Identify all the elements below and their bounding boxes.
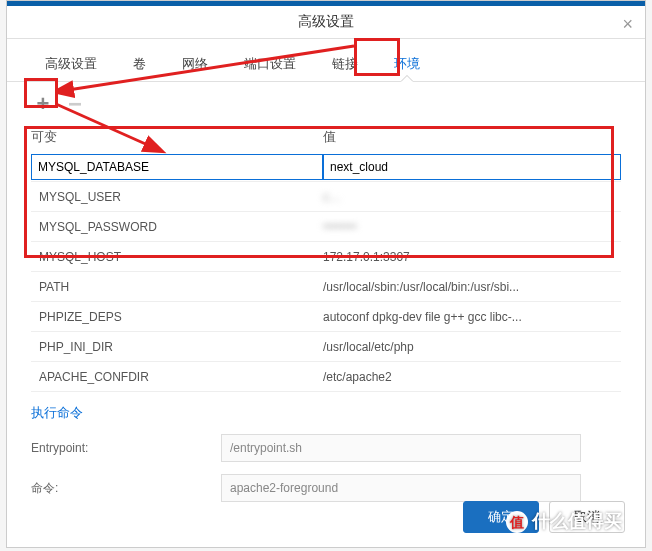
table-row[interactable]: PHP_INI_DIR /usr/local/etc/php bbox=[31, 332, 621, 362]
env-key: PATH bbox=[31, 280, 323, 294]
col-header-variable: 可变 bbox=[31, 128, 323, 146]
tab-bar: 高级设置 卷 网络 端口设置 链接 环境 bbox=[7, 39, 645, 82]
tab-advanced[interactable]: 高级设置 bbox=[27, 47, 115, 81]
command-label: 命令: bbox=[31, 480, 221, 497]
advanced-settings-dialog: 高级设置 × 高级设置 卷 网络 端口设置 链接 环境 + − 可变 值 MYS… bbox=[6, 0, 646, 548]
table-row[interactable]: MYSQL_HOST 172.17.0.1:3307 bbox=[31, 242, 621, 272]
table-row[interactable]: PHPIZE_DEPS autoconf dpkg-dev file g++ g… bbox=[31, 302, 621, 332]
add-icon[interactable]: + bbox=[31, 92, 55, 116]
env-key: MYSQL_HOST bbox=[31, 250, 323, 264]
dialog-title: 高级设置 bbox=[298, 13, 354, 31]
env-key: MYSQL_PASSWORD bbox=[31, 220, 323, 234]
exec-section-title: 执行命令 bbox=[7, 392, 645, 428]
remove-icon[interactable]: − bbox=[63, 92, 87, 116]
env-key: PHPIZE_DEPS bbox=[31, 310, 323, 324]
col-header-value: 值 bbox=[323, 128, 621, 146]
env-value: /usr/local/sbin:/usr/local/bin:/usr/sbi.… bbox=[323, 280, 621, 294]
tab-links[interactable]: 链接 bbox=[314, 47, 376, 81]
env-value: /etc/apache2 bbox=[323, 370, 621, 384]
table-row[interactable]: MYSQL_PASSWORD •••••••• bbox=[31, 212, 621, 242]
table-row[interactable] bbox=[31, 152, 621, 182]
table-row[interactable]: APACHE_CONFDIR /etc/apache2 bbox=[31, 362, 621, 392]
env-grid: MYSQL_USER c… MYSQL_PASSWORD •••••••• MY… bbox=[7, 152, 645, 392]
env-key: PHP_INI_DIR bbox=[31, 340, 323, 354]
table-row[interactable]: PATH /usr/local/sbin:/usr/local/bin:/usr… bbox=[31, 272, 621, 302]
entrypoint-label: Entrypoint: bbox=[31, 441, 221, 455]
dialog-footer: 确定 取消 bbox=[463, 501, 625, 533]
tab-volume[interactable]: 卷 bbox=[115, 47, 164, 81]
ok-button[interactable]: 确定 bbox=[463, 501, 539, 533]
env-key: APACHE_CONFDIR bbox=[31, 370, 323, 384]
env-toolbar: + − bbox=[7, 82, 645, 122]
cancel-button[interactable]: 取消 bbox=[549, 501, 625, 533]
close-icon[interactable]: × bbox=[622, 14, 633, 35]
env-key-input[interactable] bbox=[31, 154, 323, 180]
tab-network[interactable]: 网络 bbox=[164, 47, 226, 81]
grid-header: 可变 值 bbox=[7, 122, 645, 152]
command-value: apache2-foreground bbox=[221, 474, 581, 502]
entrypoint-row: Entrypoint: /entrypoint.sh bbox=[7, 428, 645, 468]
env-value: c… bbox=[323, 190, 621, 204]
tab-environment[interactable]: 环境 bbox=[376, 47, 438, 81]
table-row[interactable]: MYSQL_USER c… bbox=[31, 182, 621, 212]
titlebar: 高级设置 × bbox=[7, 1, 645, 39]
env-value: /usr/local/etc/php bbox=[323, 340, 621, 354]
env-value-input[interactable] bbox=[323, 154, 621, 180]
env-value: •••••••• bbox=[323, 220, 621, 234]
tab-ports[interactable]: 端口设置 bbox=[226, 47, 314, 81]
entrypoint-value: /entrypoint.sh bbox=[221, 434, 581, 462]
env-value: 172.17.0.1:3307 bbox=[323, 250, 621, 264]
env-key: MYSQL_USER bbox=[31, 190, 323, 204]
env-value: autoconf dpkg-dev file g++ gcc libc-... bbox=[323, 310, 621, 324]
